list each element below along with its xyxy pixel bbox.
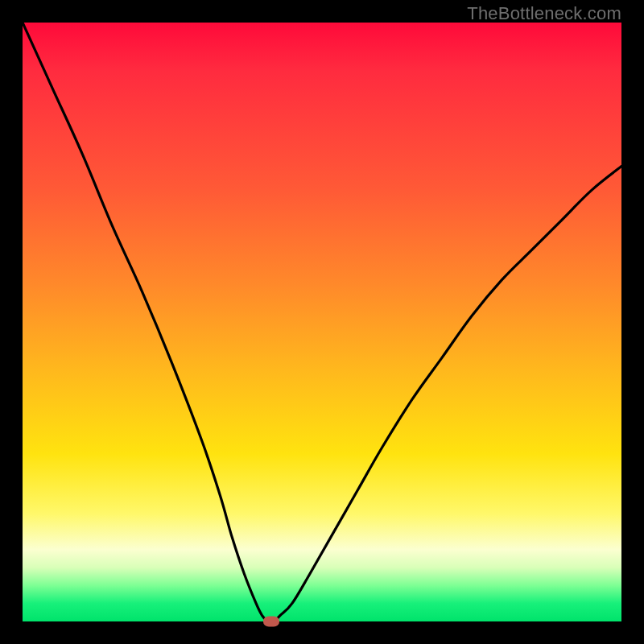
plot-area (23, 23, 621, 621)
chart-frame: TheBottleneck.com (0, 0, 644, 644)
optimum-marker (263, 617, 279, 627)
watermark-label: TheBottleneck.com (467, 3, 621, 24)
